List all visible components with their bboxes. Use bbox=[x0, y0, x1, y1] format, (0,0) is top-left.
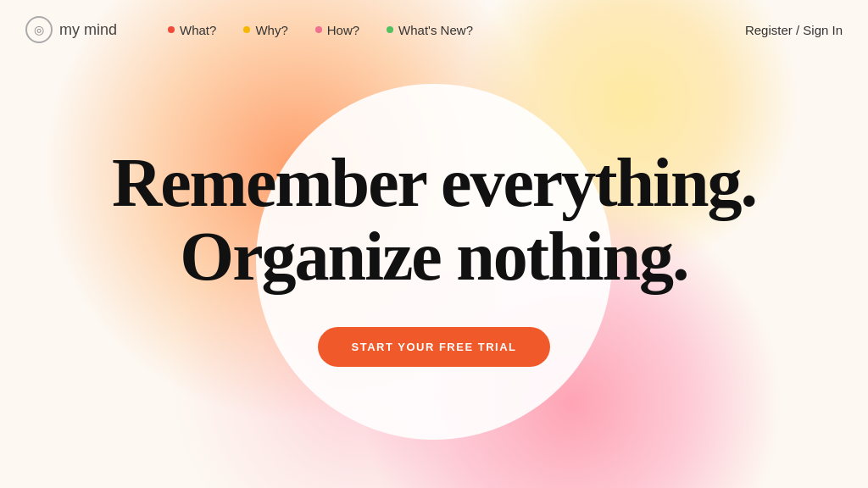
headline-line1: Remember everything. bbox=[112, 144, 756, 221]
logo-text: my mind bbox=[59, 21, 117, 39]
logo-icon: ◎ bbox=[25, 16, 53, 43]
nav-label-what: What? bbox=[180, 23, 216, 37]
auth-link[interactable]: Register / Sign In bbox=[745, 23, 843, 37]
dot-why bbox=[243, 26, 250, 33]
navbar: ◎ my mind What? Why? How? What's New? Re… bbox=[0, 0, 868, 59]
nav-label-how: How? bbox=[327, 23, 359, 37]
nav-item-how[interactable]: How? bbox=[315, 23, 359, 37]
nav-links: What? Why? How? What's New? bbox=[168, 23, 745, 37]
dot-how bbox=[315, 26, 322, 33]
logo[interactable]: ◎ my mind bbox=[25, 16, 117, 43]
nav-item-what[interactable]: What? bbox=[168, 23, 216, 37]
dot-whats-new bbox=[387, 26, 393, 33]
hero-headline: Remember everything. Organize nothing. bbox=[112, 147, 756, 292]
dot-what bbox=[168, 26, 175, 33]
nav-label-whats-new: What's New? bbox=[398, 23, 473, 37]
nav-item-why[interactable]: Why? bbox=[243, 23, 287, 37]
cta-button[interactable]: START YOUR FREE TRIAL bbox=[318, 327, 551, 367]
nav-label-why: Why? bbox=[255, 23, 287, 37]
nav-item-whats-new[interactable]: What's New? bbox=[387, 23, 473, 37]
headline-line2: Organize nothing. bbox=[180, 218, 687, 295]
main-content: Remember everything. Organize nothing. S… bbox=[0, 0, 868, 488]
